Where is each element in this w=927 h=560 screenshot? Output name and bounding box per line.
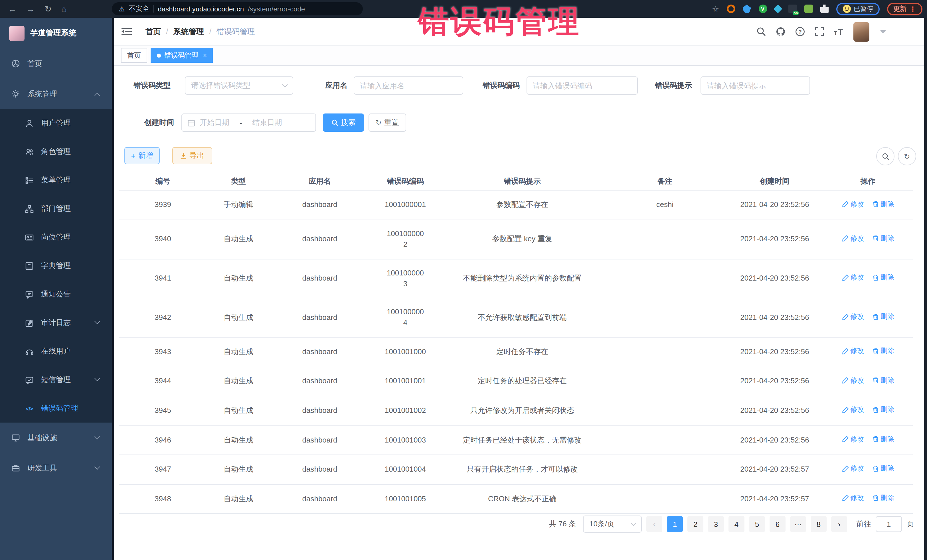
prev-page-button[interactable]: ‹ — [646, 516, 662, 532]
forward-icon[interactable]: → — [26, 4, 35, 14]
delete-row-button[interactable]: 删除 — [872, 493, 894, 503]
table-header-row: 编号类型应用名错误码编码错误码提示备注创建时间操作 — [119, 172, 913, 190]
page-button-1[interactable]: 1 — [667, 516, 683, 532]
breadcrumb-system[interactable]: 系统管理 — [173, 27, 204, 37]
edit-row-button[interactable]: 修改 — [842, 375, 864, 385]
delete-row-button[interactable]: 删除 — [872, 434, 894, 444]
bookmark-star-icon[interactable]: ☆ — [712, 4, 719, 14]
delete-row-button[interactable]: 删除 — [872, 375, 894, 385]
error-msg-input[interactable] — [707, 81, 804, 90]
sidebar-item-岗位管理[interactable]: 岗位管理 — [0, 223, 112, 252]
url-host: dashboard.yudao.iocoder.cn — [158, 5, 244, 13]
sidebar-item-label: 基础设施 — [27, 433, 57, 443]
edit-row-button[interactable]: 修改 — [842, 493, 864, 503]
export-button[interactable]: 导出 — [172, 147, 212, 164]
edit-row-button[interactable]: 修改 — [842, 346, 864, 356]
goto-page-input[interactable] — [876, 516, 902, 532]
add-button[interactable]: + 新增 — [125, 147, 160, 164]
extension-icon[interactable]: on — [788, 5, 797, 13]
sidebar-item-角色管理[interactable]: 角色管理 — [0, 137, 112, 166]
more-pages-icon[interactable]: ··· — [790, 516, 806, 532]
fullscreen-icon[interactable] — [815, 27, 824, 36]
sidebar-item-首页[interactable]: 首页 — [0, 49, 112, 79]
sidebar-item-用户管理[interactable]: 用户管理 — [0, 109, 112, 137]
sidebar-item-错误码管理[interactable]: </>错误码管理 — [0, 394, 112, 423]
page-button-4[interactable]: 4 — [728, 516, 745, 532]
app-logo[interactable]: 芋道管理系统 — [0, 18, 112, 49]
sidebar-item-label: 错误码管理 — [41, 403, 78, 413]
sidebar-item-系统管理[interactable]: 系统管理 — [0, 79, 112, 109]
delete-row-button[interactable]: 删除 — [872, 199, 894, 209]
sidebar-item-通知公告[interactable]: 通知公告 — [0, 280, 112, 308]
delete-row-button[interactable]: 删除 — [872, 234, 894, 243]
browser-menu-icon[interactable]: ⋮ — [909, 5, 916, 13]
edit-row-button[interactable]: 修改 — [842, 273, 864, 283]
close-tab-icon[interactable]: × — [203, 52, 207, 59]
edit-row-button[interactable]: 修改 — [842, 434, 864, 444]
column-header: 编号 — [119, 172, 207, 190]
profile-paused-badge[interactable]: 已暂停 — [836, 3, 880, 15]
edit-row-button[interactable]: 修改 — [842, 405, 864, 415]
show-search-toggle-button[interactable] — [876, 147, 895, 165]
sidebar-item-label: 角色管理 — [41, 147, 71, 157]
sidebar-item-基础设施[interactable]: 基础设施 — [0, 423, 112, 453]
user-menu-caret-icon[interactable] — [880, 30, 886, 33]
extension-icon[interactable] — [742, 5, 751, 13]
help-icon[interactable]: ? — [795, 27, 805, 36]
tab-home[interactable]: 首页 — [121, 48, 147, 63]
page-button-8[interactable]: 8 — [811, 516, 827, 532]
font-size-icon[interactable]: TT — [834, 27, 844, 36]
cell-msg: 定时任务的处理器已经存在 — [441, 367, 603, 396]
sidebar-item-短信管理[interactable]: 短信管理 — [0, 366, 112, 394]
sidebar-item-部门管理[interactable]: 部门管理 — [0, 194, 112, 223]
address-bar[interactable]: ⚠ 不安全 dashboard.yudao.iocoder.cn/system/… — [112, 2, 363, 15]
page-scrollbar[interactable] — [924, 18, 927, 560]
error-code-input[interactable] — [533, 81, 632, 90]
next-page-button[interactable]: › — [831, 516, 847, 532]
github-icon[interactable] — [776, 27, 786, 36]
cell-app: dashboard — [270, 425, 370, 455]
filter-time-label: 创建时间 — [100, 114, 174, 132]
collapse-sidebar-icon[interactable] — [121, 26, 132, 37]
date-range-picker[interactable]: 开始日期 - 结束日期 — [181, 114, 316, 132]
back-icon[interactable]: ← — [8, 4, 17, 14]
app-name-input[interactable] — [360, 81, 457, 90]
page-button-3[interactable]: 3 — [708, 516, 724, 532]
sidebar-item-研发工具[interactable]: 研发工具 — [0, 453, 112, 483]
delete-row-button[interactable]: 删除 — [872, 346, 894, 356]
home-icon[interactable]: ⌂ — [61, 4, 67, 14]
edit-row-button[interactable]: 修改 — [842, 312, 864, 322]
page-button-5[interactable]: 5 — [749, 516, 765, 532]
search-button[interactable]: 搜索 — [323, 114, 364, 132]
tab-error-code[interactable]: 错误码管理 × — [150, 48, 213, 63]
edit-row-button[interactable]: 修改 — [842, 234, 864, 243]
sidebar-item-菜单管理[interactable]: 菜单管理 — [0, 166, 112, 194]
refresh-table-button[interactable]: ↻ — [898, 147, 916, 165]
sidebar-item-审计日志[interactable]: 审计日志 — [0, 308, 112, 337]
page-button-2[interactable]: 2 — [687, 516, 704, 532]
reset-button[interactable]: ↻ 重置 — [369, 114, 406, 132]
extension-icon[interactable] — [804, 5, 813, 13]
edit-row-button[interactable]: 修改 — [842, 199, 864, 209]
delete-row-button[interactable]: 删除 — [872, 312, 894, 322]
update-button[interactable]: 更新 ⋮ — [887, 3, 922, 15]
page-button-6[interactable]: 6 — [769, 516, 786, 532]
extension-icon[interactable] — [773, 4, 782, 13]
delete-row-button[interactable]: 删除 — [872, 405, 894, 415]
sidebar-item-label: 用户管理 — [41, 118, 71, 128]
page-size-select[interactable]: 10条/页 — [583, 516, 642, 533]
breadcrumb-home[interactable]: 首页 — [146, 27, 161, 37]
search-icon[interactable] — [757, 27, 766, 36]
extensions-puzzle-icon[interactable] — [820, 5, 828, 13]
user-avatar[interactable] — [853, 22, 869, 41]
edit-row-button[interactable]: 修改 — [842, 464, 864, 473]
reload-icon[interactable]: ↻ — [44, 4, 52, 14]
logo-image — [9, 25, 24, 41]
sidebar-item-在线用户[interactable]: 在线用户 — [0, 337, 112, 366]
delete-row-button[interactable]: 删除 — [872, 464, 894, 473]
delete-row-button[interactable]: 删除 — [872, 273, 894, 283]
filter-code-label: 错误码编码 — [445, 76, 520, 95]
sidebar-item-字典管理[interactable]: 字典管理 — [0, 252, 112, 280]
extension-icon[interactable]: V — [758, 5, 767, 13]
extension-icon[interactable] — [726, 5, 735, 13]
